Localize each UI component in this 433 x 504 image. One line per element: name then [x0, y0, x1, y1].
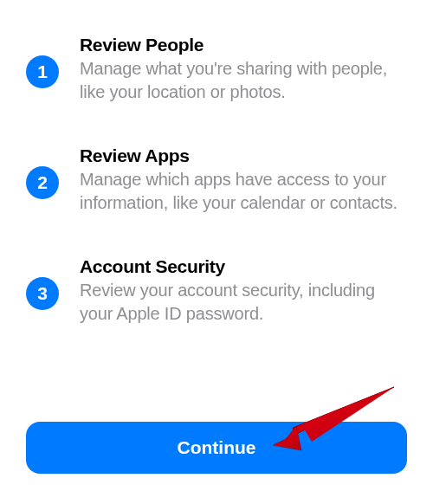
step-title: Review People — [80, 35, 407, 55]
step-description: Manage which apps have access to your in… — [80, 168, 407, 215]
step-content: Account Security Review your account sec… — [80, 256, 407, 326]
step-number-badge: 3 — [26, 277, 59, 310]
step-content: Review Apps Manage which apps have acces… — [80, 145, 407, 215]
continue-button[interactable]: Continue — [26, 422, 407, 474]
step-item: 1 Review People Manage what you're shari… — [26, 35, 407, 104]
step-title: Account Security — [80, 256, 407, 277]
step-number-badge: 2 — [26, 166, 59, 199]
step-item: 2 Review Apps Manage which apps have acc… — [26, 145, 407, 215]
step-description: Review your account security, including … — [80, 279, 407, 326]
step-description: Manage what you're sharing with people, … — [80, 57, 407, 104]
step-title: Review Apps — [80, 145, 407, 166]
step-content: Review People Manage what you're sharing… — [80, 35, 407, 104]
step-item: 3 Account Security Review your account s… — [26, 256, 407, 326]
step-number-badge: 1 — [26, 55, 59, 88]
steps-list: 1 Review People Manage what you're shari… — [26, 35, 407, 326]
